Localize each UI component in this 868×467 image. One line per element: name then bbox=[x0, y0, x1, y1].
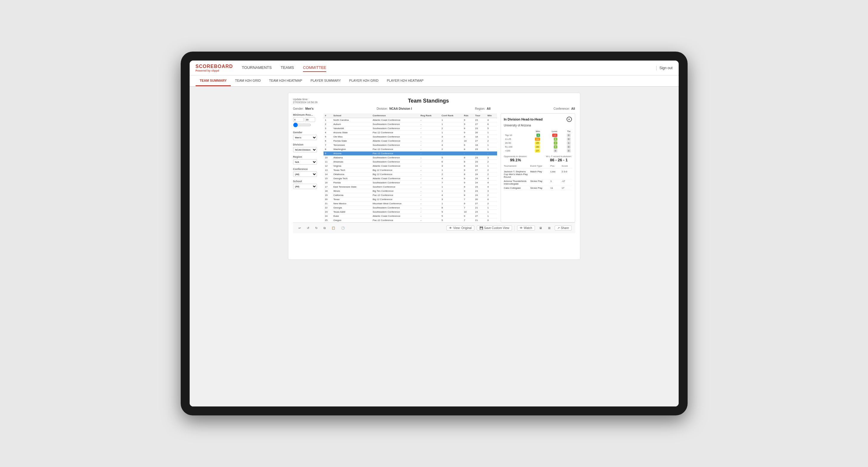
h2h-col-label bbox=[504, 129, 525, 133]
h2h-col-win: Win bbox=[525, 129, 541, 133]
conference-select[interactable]: (All) bbox=[293, 172, 317, 177]
school-select[interactable]: (All) bbox=[293, 184, 317, 189]
min-rounds-input[interactable] bbox=[293, 117, 304, 122]
panel-header: Update time: 27/03/2024 16:56:26 Team St… bbox=[293, 98, 575, 104]
table-row[interactable]: 15 Georgia Tech Atlantic Coast Conferenc… bbox=[323, 177, 497, 181]
standings-table-area: # School Conference Reg Rank Conf Rank R… bbox=[323, 113, 497, 222]
conference-filter-display: Conference: All bbox=[553, 107, 575, 110]
table-row[interactable]: 5 Ole Miss Southeastern Conference - 3 6… bbox=[323, 135, 497, 139]
redo1-button[interactable]: ↺ bbox=[305, 226, 311, 230]
table-row[interactable]: 25 Oregon Pac-12 Conference - 5 7 21 0 bbox=[323, 218, 497, 222]
subnav-player-h2h-heatmap[interactable]: PLAYER H2H HEATMAP bbox=[382, 75, 428, 86]
watch-button[interactable]: 👁 Watch bbox=[517, 225, 535, 230]
grid-button[interactable]: ⊞ bbox=[546, 226, 552, 230]
h2h-row-11-25: 11-25 11 8 0 bbox=[504, 137, 572, 141]
right-panel-team-name: University of Arizona bbox=[504, 124, 572, 127]
share-icon: ↗ bbox=[557, 226, 560, 229]
table-row[interactable]: 2 Auburn Southeastern Conference - 1 9 2… bbox=[323, 122, 497, 126]
sign-out-link[interactable]: Sign out bbox=[659, 66, 672, 70]
tablet-screen: SCOREBOARD Powered by clippd TOURNAMENTS… bbox=[190, 61, 679, 406]
subnav-team-h2h-heatmap[interactable]: TEAM H2H HEATMAP bbox=[265, 75, 306, 86]
division-filter-group: Division NCAA Division I bbox=[293, 143, 320, 152]
tournament-row-2[interactable]: Arizona Thunderbirds Intercollegiate Str… bbox=[504, 179, 572, 186]
table-row[interactable]: 17 East Tennessee State Southern Confere… bbox=[323, 185, 497, 189]
col-reg-rank: Reg Rank bbox=[419, 113, 440, 118]
table-row[interactable]: 7 Tennessee Southeastern Conference - 4 … bbox=[323, 143, 497, 147]
region-filter-group: Region N/A bbox=[293, 155, 320, 165]
table-row[interactable]: 16 Florida Southeastern Conference - 7 9… bbox=[323, 181, 497, 185]
top-nav-links: TOURNAMENTS TEAMS COMMITTEE bbox=[242, 64, 656, 72]
table-row[interactable]: 6 Florida State Atlantic Coast Conferenc… bbox=[323, 139, 497, 143]
table-row[interactable]: 3 Vanderbilt Southeastern Conference - 2… bbox=[323, 126, 497, 131]
table-row[interactable]: 8 Washington Pac-12 Conference - 2 8 23 … bbox=[323, 147, 497, 152]
toolbar-divider-1 bbox=[514, 225, 515, 231]
col-tour: Tour bbox=[474, 113, 486, 118]
table-row[interactable]: 21 New Mexico Mountain West Conference -… bbox=[323, 201, 497, 206]
logo-sub: Powered by clippd bbox=[196, 69, 233, 72]
top-nav: SCOREBOARD Powered by clippd TOURNAMENTS… bbox=[190, 61, 679, 75]
content-panel: Update time: 27/03/2024 16:56:26 Team St… bbox=[288, 93, 580, 260]
undo-button[interactable]: ↩ bbox=[297, 226, 303, 230]
max-rounds-input[interactable] bbox=[305, 117, 315, 122]
rounds-slider[interactable] bbox=[293, 123, 311, 127]
screen-button[interactable]: 🖥 bbox=[537, 226, 544, 230]
table-row[interactable]: 12 Virginia Atlantic Coast Conference - … bbox=[323, 164, 497, 168]
gender-select[interactable]: Men's bbox=[293, 135, 317, 140]
region-select[interactable]: N/A bbox=[293, 159, 317, 165]
tournament-list: Tournament Event Type Pos Score Jackson … bbox=[504, 165, 572, 190]
watch-icon: 👁 bbox=[520, 226, 523, 229]
table-row[interactable]: 10 Alabama Southeastern Conference - 5 8… bbox=[323, 156, 497, 160]
stats-row: Opponents in division: 99.1% W-L-T recor… bbox=[504, 155, 572, 162]
copy-button[interactable]: ⧉ bbox=[322, 226, 328, 230]
paste-button[interactable]: 📋 bbox=[330, 226, 337, 230]
table-row[interactable]: 24 Duke Atlantic Coast Conference - 5 9 … bbox=[323, 214, 497, 218]
table-row[interactable]: 9 Arizona Pac-12 Conference - - - - - bbox=[323, 152, 497, 156]
sub-nav: TEAM SUMMARY TEAM H2H GRID TEAM H2H HEAT… bbox=[190, 75, 679, 87]
subnav-team-summary[interactable]: TEAM SUMMARY bbox=[196, 75, 231, 86]
nav-teams[interactable]: TEAMS bbox=[281, 64, 294, 72]
panel-title: Team Standings bbox=[317, 98, 539, 104]
tournament-row-3[interactable]: Cabo Collegiate Stroke Play 11 17 bbox=[504, 186, 572, 190]
division-select[interactable]: NCAA Division I bbox=[293, 147, 317, 152]
table-row[interactable]: 13 Texas Tech Big 12 Conference - 1 9 27… bbox=[323, 168, 497, 173]
save-custom-view-button[interactable]: 💾 Save Custom View bbox=[477, 225, 512, 230]
table-header-row: # School Conference Reg Rank Conf Rank R… bbox=[323, 113, 497, 118]
redo2-button[interactable]: ↻ bbox=[313, 226, 319, 230]
subnav-player-summary[interactable]: PLAYER SUMMARY bbox=[306, 75, 345, 86]
table-row[interactable]: 23 Texas A&M Southeastern Conference - 9… bbox=[323, 210, 497, 214]
table-row[interactable]: 22 Georgia Southeastern Conference - 8 7… bbox=[323, 206, 497, 210]
logo-scoreboard: SCOREBOARD bbox=[196, 64, 233, 69]
h2h-row-26-50: 26-50 25 2 1 bbox=[504, 141, 572, 145]
table-row[interactable]: 4 Arizona State Pac-12 Conference - 1 9 … bbox=[323, 131, 497, 135]
table-row[interactable]: 11 Arkansas Southeastern Conference - 6 … bbox=[323, 160, 497, 164]
table-row[interactable]: 20 Texas Big 12 Conference - 3 7 20 0 bbox=[323, 197, 497, 201]
right-panel: In Division Head-to-Head × University of… bbox=[501, 113, 575, 222]
col-conference: Conference bbox=[371, 113, 419, 118]
table-row[interactable]: 14 Oklahoma Big 12 Conference - 2 8 24 2 bbox=[323, 173, 497, 177]
h2h-col-tie: Tie bbox=[558, 129, 571, 133]
bottom-toolbar: ↩ ↺ ↻ ⧉ 📋 🕐 👁 View: Original 💾 Save Cust… bbox=[293, 222, 575, 233]
subnav-team-h2h-grid[interactable]: TEAM H2H GRID bbox=[231, 75, 265, 86]
update-time: Update time: 27/03/2024 16:56:26 bbox=[293, 98, 318, 104]
h2h-row-top10: Top 10 3 13 0 bbox=[504, 133, 572, 137]
tournament-row-1[interactable]: Jackson T. Stephens Cup Men's Match-Play… bbox=[504, 170, 572, 179]
share-button[interactable]: ↗ Share bbox=[555, 225, 571, 230]
view-original-button[interactable]: 👁 View: Original bbox=[446, 225, 474, 230]
save-icon: 💾 bbox=[479, 226, 483, 229]
table-row[interactable]: 1 North Carolina Atlantic Coast Conferen… bbox=[323, 118, 497, 122]
clock-button[interactable]: 🕐 bbox=[339, 226, 346, 230]
table-row[interactable]: 19 California Pac-12 Conference - 4 8 24… bbox=[323, 193, 497, 197]
close-button[interactable]: × bbox=[566, 117, 572, 122]
col-conf-rank: Conf Rank bbox=[440, 113, 463, 118]
nav-tournaments[interactable]: TOURNAMENTS bbox=[242, 64, 272, 72]
col-win: Win bbox=[486, 113, 497, 118]
region-filter-display: Region: All bbox=[475, 107, 491, 110]
standings-table: # School Conference Reg Rank Conf Rank R… bbox=[323, 113, 497, 222]
col-num: # bbox=[323, 113, 332, 118]
filters-row: Gender: Men's Division: NCAA Division I … bbox=[293, 107, 575, 110]
table-row[interactable]: 18 Illinois Big Ten Conference - 1 9 23 … bbox=[323, 189, 497, 193]
main-content: Update time: 27/03/2024 16:56:26 Team St… bbox=[190, 87, 679, 406]
nav-committee[interactable]: COMMITTEE bbox=[303, 64, 326, 72]
subnav-player-h2h-grid[interactable]: PLAYER H2H GRID bbox=[345, 75, 382, 86]
h2h-row-100plus: >100 27 0 0 bbox=[504, 149, 572, 153]
